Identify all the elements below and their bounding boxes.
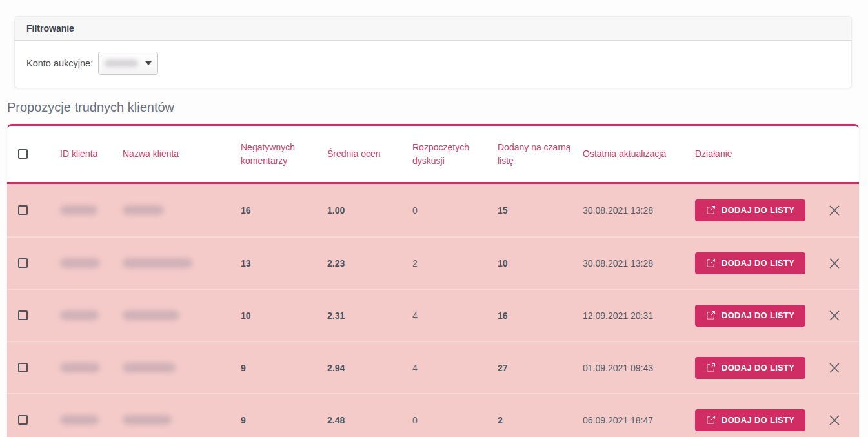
redacted-client-name [123,363,176,372]
redacted-client-name [123,258,192,268]
redacted-client-name [123,415,172,425]
discussions-value: 4 [412,310,498,321]
redacted-client-id [60,205,97,215]
negative-comments-value: 16 [241,205,327,216]
discussions-value: 0 [412,205,498,216]
select-all-cell [18,149,60,159]
column-header-name: Nazwa klienta [123,147,241,160]
discussions-value: 0 [412,415,498,425]
last-update-value: 30.08.2021 13:28 [583,205,695,216]
row-checkbox[interactable] [18,205,28,215]
filter-panel: Filtrowanie Konto aukcyjne: [14,16,852,88]
add-to-list-button[interactable]: DODAJ DO LISTY [695,357,805,379]
close-icon [828,204,841,217]
dismiss-row-button[interactable] [826,307,843,324]
discussions-value: 4 [412,363,498,373]
blacklist-value: 15 [498,205,583,216]
last-update-value: 30.08.2021 13:28 [583,258,695,269]
chevron-down-icon [145,61,152,65]
row-checkbox[interactable] [18,310,28,320]
blacklist-value: 27 [498,363,583,373]
redacted-client-id [60,310,99,320]
redacted-client-id [60,258,100,268]
column-header-id: ID klienta [60,147,123,160]
column-header-blacklist: Dodany na czarną listę [498,141,583,167]
negative-comments-value: 10 [241,310,327,321]
add-to-list-button-label: DODAJ DO LISTY [722,258,794,268]
table-header-row: ID klienta Nazwa klienta Negatywnych kom… [7,126,859,184]
add-to-list-button-label: DODAJ DO LISTY [722,363,794,372]
blacklist-value: 16 [498,310,583,321]
blacklist-value: 2 [498,415,583,425]
share-export-icon [706,205,716,215]
column-header-last-update: Ostatnia aktualizacja [583,147,695,160]
filter-panel-title: Filtrowanie [15,17,851,41]
blacklist-value: 10 [498,258,583,269]
select-all-checkbox[interactable] [18,149,28,159]
add-to-list-button[interactable]: DODAJ DO LISTY [695,409,805,431]
add-to-list-button[interactable]: DODAJ DO LISTY [695,252,805,274]
table-row: 9 2.94 4 27 01.09.2021 09:43 DODAJ DO LI… [7,341,859,393]
negative-comments-value: 9 [241,415,327,425]
column-header-avg-rating: Średnia ocen [327,147,412,160]
avg-rating-value: 1.00 [327,205,412,216]
add-to-list-button-label: DODAJ DO LISTY [722,205,794,215]
close-icon [828,309,841,322]
auction-account-label: Konto aukcyjne: [26,58,93,68]
last-update-value: 01.09.2021 09:43 [583,363,695,373]
add-to-list-button[interactable]: DODAJ DO LISTY [695,199,805,221]
dismiss-row-button[interactable] [826,255,843,272]
row-checkbox[interactable] [18,363,28,372]
dismiss-row-button[interactable] [826,360,843,376]
last-update-value: 12.09.2021 20:31 [583,310,695,321]
column-header-negative-comments: Negatywnych komentarzy [241,141,327,167]
avg-rating-value: 2.48 [327,415,412,425]
close-icon [828,361,841,374]
table-body: 16 1.00 0 15 30.08.2021 13:28 DODAJ DO L… [7,184,859,437]
add-to-list-button-label: DODAJ DO LISTY [722,310,794,320]
redacted-client-id [60,363,100,372]
row-checkbox[interactable] [18,415,28,425]
table-row: 10 2.31 4 16 12.09.2021 20:31 DODAJ DO L… [7,289,859,341]
share-export-icon [706,363,716,372]
negative-comments-value: 13 [241,258,327,269]
difficult-clients-table: ID klienta Nazwa klienta Negatywnych kom… [7,124,859,437]
negative-comments-value: 9 [241,363,327,373]
redacted-client-name [123,205,164,215]
share-export-icon [706,310,716,320]
add-to-list-button-label: DODAJ DO LISTY [722,415,794,425]
discussions-value: 2 [412,258,498,269]
avg-rating-value: 2.94 [327,363,412,373]
auction-account-select[interactable] [98,52,158,75]
table-row: 16 1.00 0 15 30.08.2021 13:28 DODAJ DO L… [7,184,859,236]
row-checkbox[interactable] [18,258,28,268]
avg-rating-value: 2.23 [327,258,412,269]
column-header-action: Działanie [695,147,810,160]
redacted-client-id [60,415,99,425]
column-header-discussions: Rozpoczętych dyskusji [412,141,498,167]
table-row: 9 2.48 0 2 06.09.2021 18:47 DODAJ DO LIS… [7,393,859,437]
filter-panel-body: Konto aukcyjne: [15,41,851,88]
last-update-value: 06.09.2021 18:47 [583,415,695,425]
share-export-icon [706,258,716,268]
table-row: 13 2.23 2 10 30.08.2021 13:28 DODAJ DO L… [7,236,859,289]
page-title: Propozycje trudnych klientów [7,100,868,115]
add-to-list-button[interactable]: DODAJ DO LISTY [695,305,805,327]
share-export-icon [706,415,716,425]
close-icon [828,414,841,427]
redacted-account-value [105,59,138,67]
redacted-client-name [123,310,179,320]
dismiss-row-button[interactable] [826,412,843,429]
dismiss-row-button[interactable] [826,202,843,219]
avg-rating-value: 2.31 [327,310,412,321]
close-icon [828,257,841,270]
